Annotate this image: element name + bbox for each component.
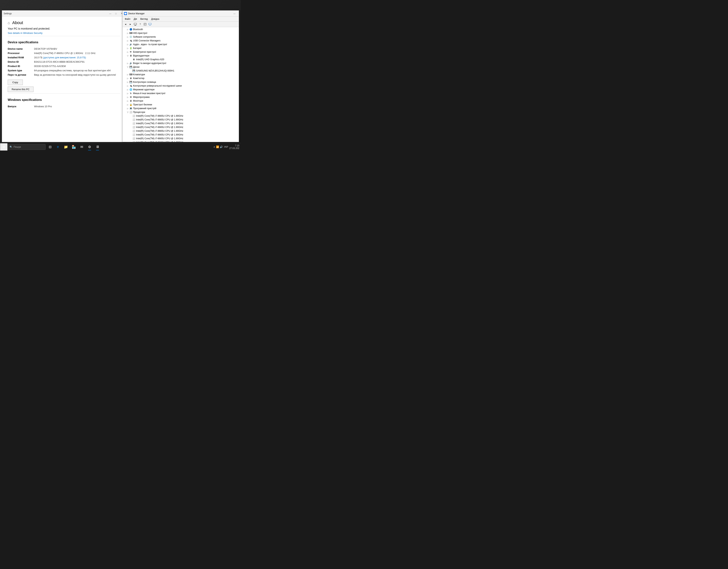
expand-audio[interactable]: ▷ (126, 43, 129, 46)
expand-keyboards[interactable]: ▷ (126, 73, 129, 76)
tree-item-audio[interactable]: ▷ 🔊 Аудіо-, відео- та ігрові пристрої (122, 43, 239, 46)
copy-button[interactable]: Copy (8, 80, 23, 85)
storage-ctrl-label: Контролери сховища (133, 81, 238, 83)
audioio-label: Вхідні та вихідні аудіопристрої (133, 62, 238, 65)
tree-item-firmware[interactable]: ▷ ⚙ Мікропрограма: (122, 95, 239, 99)
tree-item-hid[interactable]: ▷ ⌨ HID-пристрої (122, 31, 239, 35)
expand-firmware[interactable]: ▷ (126, 96, 129, 99)
tree-item-mouse[interactable]: ▷ 🖱 Миша й інші вказівні пристрої (122, 91, 239, 95)
expand-bluetooth[interactable]: ▷ (126, 28, 129, 31)
tree-item-cpu-8[interactable]: ⬜ Intel(R) Core(TM) i7-8665U CPU @ 1.90G… (122, 140, 239, 142)
expand-video[interactable]: ▽ (126, 54, 129, 57)
expand-usb[interactable]: ▷ (126, 39, 129, 42)
tree-item-keyboards[interactable]: ▷ ⌨ Клавіатури (122, 73, 239, 76)
toolbar-properties-button[interactable] (143, 22, 147, 26)
clock[interactable]: 7:15 27.03.202 (229, 144, 239, 150)
spec-label-device-id: Device ID (8, 60, 34, 64)
devmgr-minimize-button[interactable]: — (232, 11, 237, 16)
tray-icons: ∧ 📶 🔊 (213, 145, 223, 148)
tree-item-usb[interactable]: ▷ 🔌 USB Connector Managers (122, 39, 239, 43)
tree-item-disks[interactable]: ▽ 💾 Диски (122, 65, 239, 69)
taskbar-edge[interactable]: e (54, 143, 62, 151)
toolbar-forward-button[interactable]: ► (128, 22, 133, 26)
cpu8-label: Intel(R) Core(TM) i7-8665U CPU @ 1.90GHz (136, 141, 238, 142)
settings-minimize-button[interactable]: — (107, 11, 113, 16)
devmgr-menu-action[interactable]: Дія (132, 17, 138, 21)
taskbar-store[interactable]: 🏪 (70, 143, 78, 151)
display-icon (148, 23, 151, 26)
tree-item-audioio[interactable]: ▷ 🔊 Вхідні та вихідні аудіопристрої (122, 61, 239, 65)
search-bar[interactable]: 🔍 Пошук (8, 144, 46, 150)
toolbar-display-button[interactable] (148, 22, 152, 26)
expand-processors[interactable]: ▽ (126, 111, 129, 114)
tree-item-monitors[interactable]: ▷ 🖥 Монітори (122, 99, 239, 103)
rename-pc-button[interactable]: Rename this PC (8, 87, 33, 92)
expand-battery[interactable]: ▷ (126, 47, 129, 50)
tree-item-uhd620[interactable]: 🖥 Intel(R) UHD Graphics 620 (122, 58, 239, 61)
taskbar-mail[interactable]: ✉ (78, 143, 85, 151)
toolbar-help-button[interactable]: ? (138, 22, 142, 26)
tree-item-biometric[interactable]: ▷ 👁 Біометричні пристрої (122, 50, 239, 54)
usb-label: USB Connector Managers (133, 39, 238, 42)
tray-arrow-icon[interactable]: ∧ (213, 145, 215, 148)
expand-hid[interactable]: ▷ (126, 32, 129, 35)
toolbar-computer-button[interactable] (133, 22, 138, 26)
security-link[interactable]: See details in Windows Security (8, 32, 43, 34)
device-specs-title: Device specifications (8, 41, 120, 44)
tree-item-cpu-3[interactable]: ⬜ Intel(R) Core(TM) i7-8665U CPU @ 1.90G… (122, 122, 239, 125)
tree-item-software[interactable]: ▷ 💿 Software components (122, 35, 239, 39)
settings-maximize-button[interactable]: □ (113, 11, 119, 16)
taskbar-taskview[interactable]: ⊟ (46, 143, 54, 151)
taskbar-settings[interactable]: ⚙ (86, 143, 93, 151)
start-button[interactable]: ⊞ (0, 143, 8, 151)
expand-mouse[interactable]: ▷ (126, 92, 129, 95)
devmgr-menu-file[interactable]: Файл (123, 17, 132, 21)
devmgr-menu-view[interactable]: Вигляд (139, 17, 149, 21)
tray-sound-icon[interactable]: 🔊 (220, 145, 223, 148)
devmgr-tree[interactable]: ▷ 🔵 Bluetooth ▷ ⌨ HID-пристрої ▷ 💿 Softw… (122, 27, 239, 142)
devmgr-menu-help[interactable]: Довідка (150, 17, 161, 21)
svg-rect-3 (134, 23, 137, 25)
processors-icon: ⬜ (129, 111, 132, 114)
tree-item-cpu-6[interactable]: ⬜ Intel(R) Core(TM) i7-8665U CPU @ 1.90G… (122, 133, 239, 137)
monitors-icon: 🖥 (129, 99, 132, 102)
expand-security[interactable]: ▷ (126, 103, 129, 106)
expand-disks[interactable]: ▽ (126, 65, 129, 68)
devmgr-title-text: Device Manager (128, 12, 145, 15)
taskbar-remote[interactable]: 🖥 (94, 143, 101, 151)
language-indicator[interactable]: УКР (224, 146, 228, 148)
tree-item-processors[interactable]: ▽ ⬜ Процесори (122, 110, 239, 114)
audio-label: Аудіо-, відео- та ігрові пристрої (133, 43, 238, 46)
tree-item-usb-ctrl[interactable]: ▷ 🔌 Контролери універсальної послідовної… (122, 84, 239, 88)
tree-item-cpu-2[interactable]: ⬜ Intel(R) Core(TM) i7-8665U CPU @ 1.90G… (122, 118, 239, 122)
taskbar-explorer[interactable]: 📁 (62, 143, 70, 151)
tray-network-icon[interactable]: 📶 (216, 145, 219, 148)
tree-item-cpu-5[interactable]: ⬜ Intel(R) Core(TM) i7-8665U CPU @ 1.90G… (122, 129, 239, 133)
expand-biometric[interactable]: ▷ (126, 50, 129, 53)
expand-computer[interactable]: ▷ (126, 77, 129, 80)
tree-item-cpu-7[interactable]: ⬜ Intel(R) Core(TM) i7-8665U CPU @ 1.90G… (122, 137, 239, 140)
expand-storage-ctrl[interactable]: ▷ (126, 81, 129, 84)
tree-item-video[interactable]: ▽ 🖥 Відеоадаптери (122, 54, 239, 58)
tree-item-samsung[interactable]: 💾 SAMSUNG MZVLB512HAJQ-000H1 (122, 69, 239, 73)
expand-software[interactable]: ▷ (126, 35, 129, 38)
expand-network[interactable]: ▷ (126, 88, 129, 91)
expand-audioio[interactable]: ▷ (126, 62, 129, 65)
spec-label-system-type: System type (8, 68, 34, 73)
taskbar-right: ∧ 📶 🔊 УКР 7:15 27.03.202 (213, 144, 241, 150)
tree-item-network[interactable]: ▷ 🌐 Мережеві адаптери (122, 88, 239, 91)
network-icon: 🌐 (129, 88, 132, 91)
expand-usb-ctrl[interactable]: ▷ (126, 84, 129, 87)
devmgr-window-icon (124, 12, 127, 15)
expand-monitors[interactable]: ▷ (126, 99, 129, 102)
tree-item-bluetooth[interactable]: ▷ 🔵 Bluetooth (122, 27, 239, 31)
tree-item-security[interactable]: ▷ 🔒 Пристрої безпеки (122, 103, 239, 106)
tree-item-cpu-1[interactable]: ⬜ Intel(R) Core(TM) i7-8665U CPU @ 1.90G… (122, 114, 239, 118)
tree-item-cpu-4[interactable]: ⬜ Intel(R) Core(TM) i7-8665U CPU @ 1.90G… (122, 125, 239, 129)
toolbar-back-button[interactable]: ◄ (123, 22, 128, 26)
tree-item-battery[interactable]: ▷ 🔋 Батареї (122, 46, 239, 50)
tree-item-soft-device[interactable]: ▷ 💻 Програмний пристрій (122, 106, 239, 110)
tree-item-storage-ctrl[interactable]: ▷ 💾 Контролери сховища (122, 80, 239, 84)
tree-item-computer[interactable]: ▷ 🖥 Комп'ютер (122, 76, 239, 80)
expand-soft-device[interactable]: ▷ (126, 107, 129, 110)
